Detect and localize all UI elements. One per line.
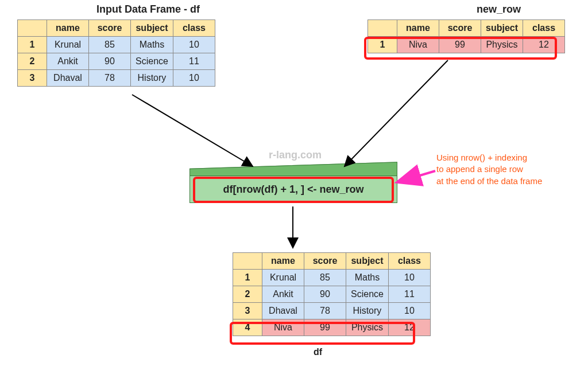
cell: Maths xyxy=(131,37,173,53)
annotation-line: at the end of the data frame xyxy=(436,176,586,187)
cell: Krunal xyxy=(47,37,89,53)
row-index: 2 xyxy=(233,286,262,303)
new-row-table: name score subject class 1 Niva 99 Physi… xyxy=(368,20,565,53)
table-corner xyxy=(18,20,47,37)
table-corner xyxy=(233,253,262,270)
cell: 11 xyxy=(173,53,215,70)
col-header: score xyxy=(304,253,346,270)
cell: Maths xyxy=(346,270,389,286)
row-index: 3 xyxy=(18,70,47,87)
cell: History xyxy=(346,303,389,319)
cell: Science xyxy=(131,53,173,70)
watermark: r-lang.com xyxy=(269,149,322,161)
output-df-table: name score subject class 1 Krunal 85 Mat… xyxy=(233,252,431,336)
col-header: name xyxy=(262,253,304,270)
arrow-newrow-to-code xyxy=(345,60,448,166)
cell: Krunal xyxy=(262,270,304,286)
col-header: score xyxy=(439,20,481,37)
col-header: class xyxy=(388,253,430,270)
cell: 90 xyxy=(89,53,131,70)
cell: 10 xyxy=(388,270,430,286)
cell: 85 xyxy=(89,37,131,53)
input-title: Input Data Frame - df xyxy=(96,3,200,15)
table-row: 1 Niva 99 Physics 12 xyxy=(368,37,565,53)
table-row: 2 Ankit 90 Science 11 xyxy=(233,286,431,303)
code-label: df[nrow(df) + 1, ] <- new_row xyxy=(189,176,397,203)
table-row: 3 Dhaval 78 History 10 xyxy=(18,70,215,87)
code-plaque: df[nrow(df) + 1, ] <- new_row xyxy=(189,172,396,206)
cell: Ankit xyxy=(262,286,304,303)
table-corner xyxy=(368,20,397,37)
annotation-line: Using nrow() + indexing xyxy=(436,152,586,163)
cell: 10 xyxy=(173,37,215,53)
col-header: subject xyxy=(481,20,523,37)
cell: 78 xyxy=(304,303,346,319)
cell: Physics xyxy=(481,37,523,53)
cell: Science xyxy=(346,286,389,303)
col-header: score xyxy=(89,20,131,37)
table-row: 3 Dhaval 78 History 10 xyxy=(233,303,431,319)
col-header: subject xyxy=(131,20,173,37)
table-row: 1 Krunal 85 Maths 10 xyxy=(233,270,431,286)
cell: Physics xyxy=(346,319,389,336)
new-row-title: new_row xyxy=(477,3,521,15)
cell: 99 xyxy=(304,319,346,336)
col-header: name xyxy=(47,20,89,37)
cell: 12 xyxy=(388,319,430,336)
cell: 12 xyxy=(523,37,565,53)
row-index: 4 xyxy=(233,319,262,336)
cell: Niva xyxy=(262,319,304,336)
col-header: class xyxy=(523,20,565,37)
cell: 10 xyxy=(173,70,215,87)
diagram-stage: Input Data Frame - df new_row r-lang.com… xyxy=(0,0,588,382)
arrow-annotation xyxy=(399,171,435,182)
cell: 78 xyxy=(89,70,131,87)
col-header: subject xyxy=(346,253,389,270)
cell: 11 xyxy=(388,286,430,303)
row-index: 1 xyxy=(18,37,47,53)
col-header: class xyxy=(173,20,215,37)
arrow-input-to-code xyxy=(132,95,253,166)
row-index: 1 xyxy=(368,37,397,53)
row-index: 3 xyxy=(233,303,262,319)
col-header: name xyxy=(397,20,439,37)
cell: Ankit xyxy=(47,53,89,70)
cell: 10 xyxy=(388,303,430,319)
cell: Dhaval xyxy=(47,70,89,87)
annotation-text: Using nrow() + indexing to append a sing… xyxy=(436,152,586,187)
cell: 99 xyxy=(439,37,481,53)
cell: History xyxy=(131,70,173,87)
cell: 90 xyxy=(304,286,346,303)
cell: Niva xyxy=(397,37,439,53)
cell: 85 xyxy=(304,270,346,286)
table-row: 2 Ankit 90 Science 11 xyxy=(18,53,215,70)
row-index: 2 xyxy=(18,53,47,70)
annotation-line: to append a single row xyxy=(436,163,586,175)
table-row: 1 Krunal 85 Maths 10 xyxy=(18,37,215,53)
output-caption: df xyxy=(314,347,322,357)
table-row: 4 Niva 99 Physics 12 xyxy=(233,319,431,336)
cell: Dhaval xyxy=(262,303,304,319)
input-df-table: name score subject class 1 Krunal 85 Mat… xyxy=(17,20,215,87)
row-index: 1 xyxy=(233,270,262,286)
